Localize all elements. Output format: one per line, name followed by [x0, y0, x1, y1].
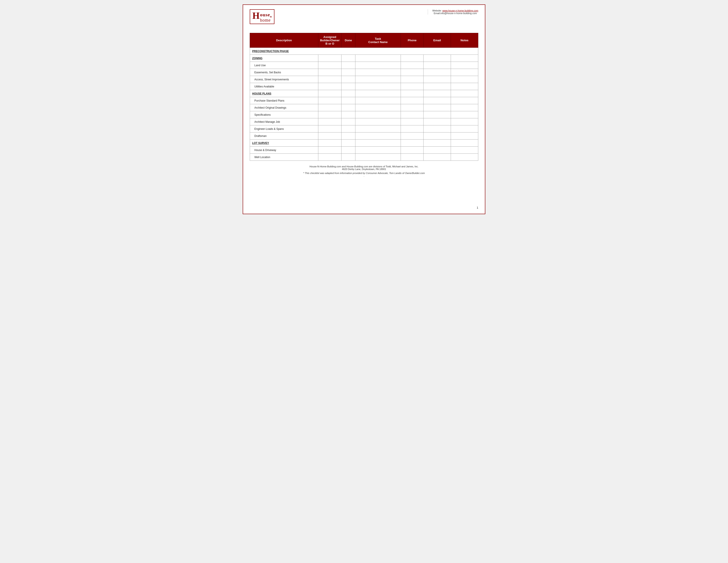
page-header: Housenhome Website: www.house-n-home-bui…: [250, 9, 478, 26]
empty-cell: [401, 97, 423, 104]
empty-cell: [424, 83, 451, 90]
empty-cell: [401, 90, 423, 97]
empty-cell: [401, 111, 423, 118]
empty-cell: [401, 55, 423, 62]
empty-cell: [401, 139, 423, 147]
empty-cell: [318, 69, 341, 76]
assigned-line2: Builder/Owner: [320, 39, 340, 42]
empty-cell: [318, 111, 341, 118]
logo-box: Housenhome: [250, 9, 274, 24]
website-url[interactable]: www.house-n-home-building.com: [442, 9, 478, 12]
table-row: HOUSE PLANS: [250, 90, 478, 97]
page-container: Housenhome Website: www.house-n-home-bui…: [243, 4, 485, 214]
table-row: PRECONSTRUCTION PHASE: [250, 48, 478, 55]
empty-cell: [341, 76, 355, 83]
email-line: Email:info@house-n-home-building.com: [432, 12, 478, 15]
page-footer: House-N-Home-Building.com and House-Buil…: [250, 165, 478, 177]
empty-cell: [401, 83, 423, 90]
empty-cell: [341, 83, 355, 90]
empty-cell: [451, 132, 478, 139]
empty-cell: [355, 83, 401, 90]
empty-cell: [318, 147, 341, 154]
col-header-description: Description: [250, 33, 318, 48]
empty-cell: [424, 139, 451, 147]
footer-address: 4620 Derby Lane, Doylestown, PA 18901: [250, 168, 478, 170]
item-description: House & Driveway: [250, 147, 318, 154]
empty-cell: [341, 147, 355, 154]
empty-cell: [424, 154, 451, 161]
table-row: Utilities Available: [250, 83, 478, 90]
table-row: House & Driveway: [250, 147, 478, 154]
empty-cell: [451, 69, 478, 76]
empty-cell: [424, 147, 451, 154]
empty-cell: [318, 125, 341, 132]
empty-cell: [451, 125, 478, 132]
empty-cell: [355, 147, 401, 154]
empty-cell: [355, 132, 401, 139]
empty-cell: [318, 55, 341, 62]
col-header-notes: Notes: [451, 33, 478, 48]
table-row: Architect Original Drawings: [250, 104, 478, 111]
empty-cell: [424, 125, 451, 132]
table-header-row: Description Assigned Builder/Owner B or …: [250, 33, 478, 48]
empty-cell: [401, 76, 423, 83]
empty-cell: [341, 62, 355, 69]
empty-cell: [401, 104, 423, 111]
empty-cell: [341, 132, 355, 139]
empty-cell: [401, 62, 423, 69]
logo-letter-h: H: [252, 11, 260, 20]
empty-cell: [318, 62, 341, 69]
empty-cell: [341, 69, 355, 76]
empty-cell: [355, 104, 401, 111]
footer-note: * This checklist was adapted from inform…: [250, 172, 478, 174]
empty-cell: [355, 69, 401, 76]
footer-dot: .: [250, 174, 478, 177]
item-description: Purchase Standard Plans: [250, 97, 318, 104]
empty-cell: [318, 118, 341, 125]
table-row: Land Use: [250, 62, 478, 69]
empty-cell: [424, 132, 451, 139]
item-description: Easements, Set Backs: [250, 69, 318, 76]
empty-cell: [451, 76, 478, 83]
item-description: Draftsman: [250, 132, 318, 139]
empty-cell: [355, 90, 401, 97]
empty-cell: [318, 104, 341, 111]
item-description: Architect Manage Job: [250, 118, 318, 125]
empty-cell: [341, 104, 355, 111]
item-description: Specifications: [250, 111, 318, 118]
main-table: Description Assigned Builder/Owner B or …: [250, 33, 478, 161]
header-contact: Website: www.house-n-home-building.com E…: [428, 9, 478, 15]
empty-cell: [355, 118, 401, 125]
empty-cell: [451, 118, 478, 125]
empty-cell: [318, 139, 341, 147]
col-header-phone: Phone: [401, 33, 423, 48]
empty-cell: [355, 97, 401, 104]
empty-cell: [424, 118, 451, 125]
empty-cell: [401, 147, 423, 154]
empty-cell: [341, 97, 355, 104]
empty-cell: [451, 55, 478, 62]
table-row: Purchase Standard Plans: [250, 97, 478, 104]
footer-company: House-N-Home-Building.com and House-Buil…: [250, 165, 478, 168]
table-row: Architect Manage Job: [250, 118, 478, 125]
empty-cell: [451, 147, 478, 154]
table-row: Engineer-Loads & Spans: [250, 125, 478, 132]
table-row: Draftsman: [250, 132, 478, 139]
empty-cell: [318, 154, 341, 161]
empty-cell: [451, 111, 478, 118]
empty-cell: [341, 154, 355, 161]
col-header-assigned: Assigned Builder/Owner B or O: [318, 33, 341, 48]
empty-cell: [341, 111, 355, 118]
task-line1: Task: [375, 37, 381, 40]
logo: Housenhome: [250, 9, 274, 24]
empty-cell: [424, 90, 451, 97]
empty-cell: [355, 55, 401, 62]
empty-cell: [424, 111, 451, 118]
item-description: Land Use: [250, 62, 318, 69]
assigned-line3: B or O: [325, 42, 334, 45]
logo-top: ousen: [260, 12, 272, 18]
empty-cell: [341, 118, 355, 125]
empty-cell: [318, 83, 341, 90]
subsection-header-cell: LOT SURVEY: [250, 139, 318, 147]
email-label: Email:: [434, 12, 441, 15]
